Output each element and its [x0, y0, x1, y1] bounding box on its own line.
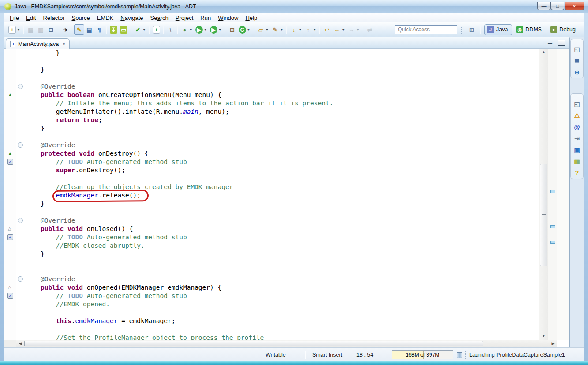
scroll-up-icon[interactable]: ▲ [540, 49, 547, 56]
outline-view-icon[interactable]: ≣ [572, 55, 582, 67]
code-line[interactable]: super.onDestroy(); [25, 166, 549, 175]
overrides-indicator-icon[interactable]: ▲ [8, 151, 12, 156]
open-task-dropdown-icon[interactable]: ▼ [266, 28, 269, 32]
last-edit-location-button[interactable]: ↩ [322, 24, 332, 35]
code-line[interactable]: } [25, 124, 549, 133]
code-line[interactable]: // TODO Auto-generated method stub [25, 233, 549, 242]
javadoc-view-icon[interactable]: @ [572, 121, 582, 133]
problems-view-icon[interactable]: ⚠ [572, 110, 582, 121]
fold-collapse-icon[interactable]: − [18, 142, 23, 148]
occurrence-mark[interactable] [550, 190, 555, 193]
overview-ruler[interactable] [548, 49, 557, 340]
code-line[interactable] [25, 258, 549, 267]
debug-dropdown-icon[interactable]: ▼ [189, 28, 193, 32]
garbage-collect-icon[interactable] [457, 352, 462, 358]
code-line[interactable]: @Override [25, 141, 549, 149]
code-line[interactable] [25, 133, 549, 141]
scroll-right-icon[interactable]: ▶ [550, 341, 557, 346]
implements-indicator-icon[interactable]: △ [8, 285, 11, 290]
code-line[interactable]: @Override [25, 275, 549, 283]
horizontal-scrollbar-thumb[interactable] [24, 341, 483, 346]
menu-navigate[interactable]: Navigate [117, 14, 146, 22]
code-line[interactable] [25, 57, 549, 66]
mark-occurrences-button[interactable]: ✎ [74, 24, 84, 35]
menu-file[interactable]: File [6, 14, 22, 22]
menu-window[interactable]: Window [214, 14, 242, 22]
scroll-down-icon[interactable]: ▼ [540, 333, 547, 340]
stack-drag-handle[interactable]: ···· [573, 95, 581, 98]
code-line[interactable]: //EMDK opened. [25, 300, 549, 309]
vertical-scrollbar[interactable]: ▲ ▼ [539, 49, 548, 340]
link-with-editor-button[interactable]: ⇄ [365, 24, 375, 35]
open-perspective-button[interactable]: ⊞ [467, 24, 477, 35]
fold-collapse-icon[interactable]: − [18, 276, 23, 282]
search-dropdown-icon[interactable]: ▼ [280, 28, 283, 32]
menu-refactor[interactable]: Refactor [39, 14, 68, 22]
code-line[interactable]: @Override [25, 216, 549, 225]
code-line[interactable]: } [25, 250, 549, 258]
code-line[interactable] [25, 309, 549, 317]
menu-help[interactable]: Help [242, 14, 261, 22]
pin-editor-button[interactable]: \ [165, 24, 176, 35]
horizontal-scrollbar[interactable]: ◀ ▶ [16, 340, 557, 347]
code-line[interactable]: //EMDK closed abruptly. [25, 242, 549, 250]
code-line[interactable]: public boolean onCreateOptionsMenu(Menu … [25, 91, 549, 99]
menu-search[interactable]: Search [147, 14, 172, 22]
run-dropdown-icon[interactable]: ▼ [204, 28, 207, 32]
code-line[interactable] [25, 267, 549, 275]
run-external-tools-button[interactable]: ▶▼ [209, 24, 223, 35]
vertical-scrollbar-thumb[interactable] [540, 164, 547, 266]
new-android-xml-file-button[interactable]: + [151, 24, 161, 35]
menu-source[interactable]: Source [68, 14, 94, 22]
code-line[interactable]: public void onClosed() { [25, 225, 549, 233]
save-all-button[interactable]: ▥ [36, 24, 46, 35]
block-selection-button[interactable]: ▤ [84, 24, 94, 35]
android-lint-button[interactable]: ✔▼ [133, 24, 147, 35]
show-whitespace-button[interactable]: ¶ [94, 24, 105, 35]
code-line[interactable] [25, 325, 549, 334]
tab-mainactivity-java[interactable]: J MainActivity.java × [6, 38, 70, 49]
fold-collapse-icon[interactable]: − [18, 84, 23, 89]
print-button[interactable]: ⊟ [46, 24, 56, 35]
todo-task-marker-icon[interactable]: ✓ [7, 293, 13, 299]
new-class-button[interactable]: C▼ [237, 24, 252, 35]
previous-annotation-button[interactable]: ↑▼ [303, 24, 318, 35]
code-line[interactable] [25, 74, 549, 82]
scroll-left-icon[interactable]: ◀ [17, 341, 24, 346]
maximize-editor-icon[interactable] [558, 40, 565, 46]
next-annotation-button[interactable]: ↓▼ [288, 24, 303, 35]
android-avd-manager-button[interactable]: ▭ [119, 24, 129, 35]
forward-dropdown-icon[interactable]: ▼ [356, 28, 360, 32]
code-line[interactable]: protected void onDestroy() { [25, 149, 549, 158]
forward-button[interactable]: →▼ [346, 24, 361, 35]
todo-task-marker-icon[interactable]: ✓ [7, 234, 13, 240]
perspective-ddms-button[interactable]: ◎DDMS [513, 24, 546, 35]
code-line[interactable] [25, 208, 549, 216]
minimize-editor-icon[interactable]: ▬ [547, 40, 554, 46]
occurrence-mark[interactable] [550, 225, 555, 228]
logcat-view-icon[interactable]: ▥ [572, 156, 582, 167]
code-line[interactable]: } [25, 66, 549, 74]
menu-emdk[interactable]: EMDK [94, 14, 117, 22]
code-line[interactable]: this.emdkManager = emdkManager; [25, 317, 549, 325]
stack-drag-handle[interactable]: ···· [573, 40, 581, 44]
console-view-icon[interactable]: ▣ [572, 144, 582, 156]
code-line[interactable] [25, 175, 549, 183]
fold-collapse-icon[interactable]: − [18, 218, 23, 223]
run-button[interactable]: ▶▼ [194, 24, 209, 35]
window-restore-button[interactable]: □ [551, 2, 564, 10]
help-view-icon[interactable]: ? [572, 167, 582, 179]
android-sdk-manager-button[interactable]: ↧ [109, 24, 119, 35]
arrow-g-button[interactable]: ➔ [60, 24, 70, 35]
menu-edit[interactable]: Edit [22, 14, 39, 22]
next-annotation-dropdown-icon[interactable]: ▼ [298, 28, 302, 32]
window-minimize-button[interactable]: — [537, 2, 551, 10]
code-line[interactable]: // TODO Auto-generated method stub [25, 158, 549, 166]
open-task-button[interactable]: ▱▼ [256, 24, 270, 35]
todo-task-marker-icon[interactable]: ✓ [7, 159, 13, 165]
perspective-java-button[interactable]: JJava [484, 24, 512, 35]
save-button[interactable]: ▦ [26, 24, 36, 35]
code-line[interactable]: // TODO Auto-generated method stub [25, 292, 549, 300]
overrides-indicator-icon[interactable]: ▲ [8, 93, 12, 97]
code-line[interactable]: //Set the ProfileManager object to proce… [25, 334, 549, 340]
